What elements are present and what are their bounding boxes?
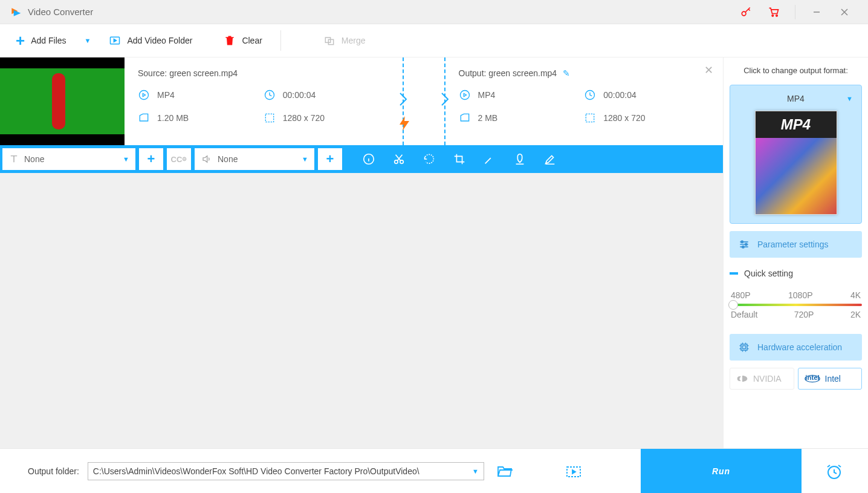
intel-button[interactable]: intel Intel	[798, 368, 863, 390]
add-video-folder-button[interactable]: Add Video Folder	[100, 28, 201, 53]
trash-icon	[224, 34, 236, 47]
add-files-dropdown[interactable]: ▼	[77, 37, 99, 44]
source-dimensions: 1280 x 720	[264, 112, 389, 124]
merge-button[interactable]: Merge	[315, 28, 374, 53]
add-files-button[interactable]: + Add Files	[7, 28, 75, 53]
minimize-button[interactable]	[803, 0, 831, 24]
add-audio-button[interactable]: +	[318, 148, 342, 170]
file-row: Source: green screen.mp4 MP4 00:00:04 1.…	[0, 57, 723, 145]
svg-point-0	[742, 11, 746, 16]
chip-icon	[738, 341, 750, 353]
quick-setting-label: Quick setting	[730, 269, 862, 278]
open-folder-button[interactable]	[493, 465, 517, 478]
format-label: MP4	[787, 94, 805, 103]
output-duration: 00:00:04	[584, 89, 710, 101]
svg-point-1	[772, 15, 774, 16]
output-dimensions: 1280 x 720	[584, 112, 710, 124]
source-size: 1.20 MB	[138, 112, 264, 124]
source-format: MP4	[138, 89, 264, 101]
watermark-icon[interactable]	[507, 145, 533, 173]
edit-icon[interactable]: ✎	[563, 68, 570, 78]
info-icon[interactable]	[355, 145, 382, 173]
svg-point-18	[741, 241, 743, 243]
chevron-down-icon: ▼	[846, 95, 853, 102]
merge-label: Merge	[342, 36, 366, 45]
add-subtitle-button[interactable]: +	[139, 148, 163, 170]
svg-point-9	[140, 91, 149, 100]
parameter-settings-button[interactable]: Parameter settings	[730, 231, 862, 258]
quality-slider[interactable]: 480P1080P4K Default720P2K	[730, 290, 862, 319]
edit-tool-icon[interactable]	[537, 145, 563, 173]
app-logo-icon	[10, 6, 22, 18]
key-icon[interactable]	[732, 0, 760, 24]
output-format: MP4	[459, 89, 585, 101]
hardware-acceleration-button[interactable]: Hardware acceleration	[730, 334, 862, 361]
nvidia-button[interactable]: NVIDIA	[730, 368, 794, 390]
output-title: Output: green screen.mp4✎	[459, 68, 710, 78]
effects-icon[interactable]	[476, 145, 503, 173]
cc-button[interactable]: CC⚙	[167, 148, 191, 170]
batch-folder-button[interactable]	[562, 465, 586, 478]
source-duration: 00:00:04	[264, 89, 389, 101]
remove-file-button[interactable]: ✕	[704, 64, 713, 77]
output-folder-label: Output folder:	[28, 466, 79, 476]
svg-point-19	[745, 243, 747, 245]
svg-rect-21	[741, 344, 747, 350]
clear-label: Clear	[242, 36, 262, 45]
audio-select[interactable]: None▼	[195, 148, 314, 170]
add-folder-label: Add Video Folder	[127, 36, 192, 45]
title-bar: Video Converter	[0, 0, 868, 24]
svg-rect-22	[743, 346, 746, 349]
svg-point-12	[460, 91, 469, 100]
close-button[interactable]	[831, 0, 858, 24]
svg-text:intel: intel	[805, 374, 819, 381]
svg-rect-11	[265, 114, 273, 122]
app-title: Video Converter	[28, 7, 93, 17]
clear-button[interactable]: Clear	[215, 28, 270, 53]
main-toolbar: + Add Files ▼ Add Video Folder Clear Mer…	[0, 24, 868, 57]
footer: Output folder: C:\Users\Admin\Videos\Won…	[0, 448, 868, 493]
source-title: Source: green screen.mp4	[138, 68, 389, 78]
media-toolbar: None▼ + CC⚙ None▼ +	[0, 145, 723, 173]
cut-icon[interactable]	[386, 145, 412, 173]
speaker-icon	[201, 154, 213, 165]
output-format-card[interactable]: MP4▼ MP4	[730, 85, 862, 224]
output-folder-field[interactable]: C:\Users\Admin\Videos\WonderFox Soft\HD …	[88, 462, 484, 480]
crop-icon[interactable]	[446, 145, 473, 173]
intel-icon: intel	[805, 374, 820, 384]
format-preview: MP4	[755, 111, 837, 215]
rotate-icon[interactable]	[416, 145, 442, 173]
sidebar: Click to change output format: MP4▼ MP4 …	[723, 57, 868, 448]
chevron-right-icon	[439, 91, 450, 108]
bolt-icon	[397, 115, 412, 132]
text-icon	[8, 154, 19, 165]
cart-icon[interactable]	[760, 0, 788, 24]
folder-video-icon	[109, 34, 121, 47]
nvidia-icon	[736, 374, 748, 384]
output-format-title: Click to change output format:	[730, 66, 862, 75]
run-button[interactable]: Run	[641, 449, 802, 494]
plus-icon: +	[16, 31, 25, 50]
svg-rect-8	[328, 39, 333, 44]
merge-icon	[323, 34, 335, 47]
svg-rect-14	[586, 114, 594, 122]
svg-point-20	[742, 246, 744, 248]
schedule-button[interactable]	[810, 449, 858, 494]
sliders-icon	[738, 238, 750, 250]
svg-rect-7	[325, 38, 330, 42]
add-files-label: Add Files	[31, 36, 66, 45]
video-thumbnail[interactable]	[0, 57, 125, 145]
output-size: 2 MB	[459, 112, 585, 124]
svg-point-2	[776, 15, 778, 16]
subtitle-select[interactable]: None▼	[2, 148, 135, 170]
